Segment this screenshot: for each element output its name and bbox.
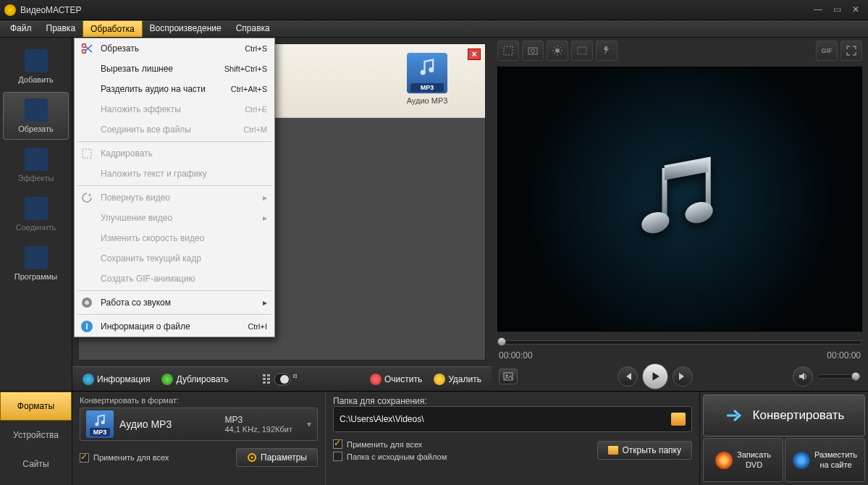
svg-rect-15 bbox=[295, 376, 297, 378]
menu-item: Кадрировать bbox=[75, 143, 274, 164]
burn-dvd-button[interactable]: Записать DVD bbox=[703, 438, 783, 482]
open-folder-button[interactable]: Открыть папку bbox=[597, 441, 692, 460]
menu-справка[interactable]: Справка bbox=[229, 20, 277, 37]
tab-устройства[interactable]: Устройства bbox=[0, 421, 72, 450]
sidebar-join[interactable]: Соединить bbox=[3, 190, 69, 238]
tab-сайты[interactable]: Сайты bbox=[0, 450, 72, 478]
menu-item: Повернуть видео▸ bbox=[75, 187, 274, 208]
add-icon bbox=[25, 49, 48, 72]
info-button[interactable]: Информация bbox=[78, 371, 154, 387]
effects-icon bbox=[25, 148, 48, 171]
trim-icon bbox=[25, 98, 48, 122]
remove-file-button[interactable]: × bbox=[468, 48, 481, 60]
svg-rect-12 bbox=[293, 374, 295, 376]
svg-point-32 bbox=[506, 375, 508, 377]
svg-point-19 bbox=[555, 48, 560, 53]
svg-rect-17 bbox=[528, 48, 537, 54]
disc-icon bbox=[715, 452, 733, 469]
svg-point-36 bbox=[251, 457, 253, 459]
svg-text:i: i bbox=[85, 321, 88, 332]
format-selector[interactable]: MP3 Аудио MP3 MP3 44,1 KHz, 192Кбит ▾ bbox=[80, 408, 318, 441]
play-button[interactable] bbox=[642, 363, 668, 389]
svg-point-34 bbox=[101, 421, 105, 424]
menu-item: Изменить скорость видео bbox=[75, 228, 274, 248]
menu-item: Создать GIF-анимацию bbox=[75, 269, 274, 289]
svg-rect-4 bbox=[263, 374, 266, 376]
svg-rect-5 bbox=[263, 378, 266, 380]
menu-item[interactable]: iИнформация о файлеCtrl+I bbox=[75, 316, 274, 337]
maximize-button[interactable]: ▭ bbox=[829, 4, 845, 16]
snapshot-button[interactable] bbox=[522, 41, 544, 61]
tab-форматы[interactable]: Форматы bbox=[0, 392, 72, 421]
info-icon: i bbox=[80, 320, 93, 333]
join-icon bbox=[25, 197, 48, 220]
programs-icon bbox=[25, 246, 48, 269]
crop-icon bbox=[80, 147, 93, 160]
svg-rect-6 bbox=[263, 381, 266, 384]
svg-rect-8 bbox=[267, 378, 270, 380]
svg-rect-16 bbox=[504, 46, 513, 55]
time-current: 00:00:00 bbox=[499, 350, 533, 362]
svg-line-27 bbox=[560, 47, 562, 48]
svg-line-25 bbox=[560, 54, 562, 55]
svg-rect-9 bbox=[267, 381, 270, 384]
fullscreen-button[interactable] bbox=[840, 41, 862, 61]
menu-item: Наложить текст и графику bbox=[75, 164, 274, 184]
folder-input[interactable]: C:\Users\Alex\Videos\ bbox=[333, 406, 692, 432]
svg-point-11 bbox=[280, 375, 289, 384]
sidebar-trim[interactable]: Обрезать bbox=[3, 92, 69, 140]
params-button[interactable]: Параметры bbox=[236, 448, 318, 467]
menu-item[interactable]: ОбрезатьCtrl+S bbox=[75, 38, 274, 59]
volume-slider[interactable] bbox=[817, 374, 861, 379]
frame-icon-button[interactable] bbox=[499, 368, 518, 384]
speed-button[interactable] bbox=[596, 41, 618, 61]
menu-item[interactable]: Работа со звуком▸ bbox=[75, 292, 274, 313]
menu-item: Наложить эффектыCtrl+E bbox=[75, 99, 274, 119]
gif-button[interactable]: GIF bbox=[816, 41, 838, 61]
menu-файл[interactable]: Файл bbox=[3, 20, 39, 37]
menu-обработка[interactable]: Обработка bbox=[83, 20, 143, 37]
svg-rect-39 bbox=[83, 149, 91, 158]
menu-item[interactable]: Вырезать лишнееShift+Ctrl+S bbox=[75, 59, 274, 79]
duplicate-button[interactable]: Дублировать bbox=[157, 371, 232, 387]
apply-all-checkbox[interactable] bbox=[80, 453, 89, 463]
source-folder-checkbox[interactable] bbox=[333, 452, 342, 461]
menu-воспроизведение[interactable]: Воспроизведение bbox=[143, 20, 229, 37]
scissors-icon bbox=[80, 42, 93, 55]
sidebar-add[interactable]: Добавить bbox=[3, 43, 69, 90]
prev-button[interactable] bbox=[618, 366, 638, 387]
minimize-button[interactable]: — bbox=[810, 4, 826, 16]
crop-tool-button[interactable] bbox=[497, 41, 519, 61]
format-icon[interactable]: MP3 bbox=[407, 53, 447, 93]
svg-point-3 bbox=[429, 67, 434, 72]
upload-button[interactable]: Разместить на сайте bbox=[785, 438, 865, 482]
brightness-button[interactable] bbox=[547, 41, 568, 61]
next-button[interactable] bbox=[673, 366, 693, 387]
view-list-button[interactable] bbox=[261, 371, 300, 387]
arrow-right-icon bbox=[724, 405, 746, 426]
svg-point-33 bbox=[95, 423, 98, 426]
seek-slider[interactable] bbox=[497, 336, 862, 349]
svg-line-26 bbox=[554, 54, 555, 55]
sidebar-programs[interactable]: Программы bbox=[3, 240, 69, 287]
effects-button[interactable] bbox=[571, 41, 593, 61]
close-button[interactable]: ✕ bbox=[848, 4, 864, 16]
clear-button[interactable]: Очистить bbox=[366, 371, 426, 387]
mp3-icon: MP3 bbox=[86, 410, 114, 438]
svg-point-18 bbox=[531, 49, 535, 53]
delete-button[interactable]: Удалить bbox=[429, 371, 486, 387]
volume-button[interactable] bbox=[793, 366, 813, 387]
menu-item[interactable]: Разделить аудио на частиCtrl+Alt+S bbox=[75, 79, 274, 99]
apply-all-folder-checkbox[interactable] bbox=[333, 439, 342, 449]
convert-button[interactable]: Конвертировать bbox=[703, 395, 865, 436]
processing-menu[interactable]: ОбрезатьCtrl+SВырезать лишнееShift+Ctrl+… bbox=[74, 38, 275, 337]
svg-rect-13 bbox=[295, 374, 297, 376]
globe-icon bbox=[793, 452, 810, 469]
app-logo-icon bbox=[4, 4, 16, 16]
time-total: 00:00:00 bbox=[827, 350, 861, 362]
browse-folder-button[interactable] bbox=[671, 413, 686, 426]
menu-правка[interactable]: Правка bbox=[39, 20, 83, 37]
sidebar-effects[interactable]: Эффекты bbox=[3, 141, 69, 189]
svg-rect-28 bbox=[578, 47, 586, 54]
chevron-down-icon: ▾ bbox=[307, 419, 311, 429]
